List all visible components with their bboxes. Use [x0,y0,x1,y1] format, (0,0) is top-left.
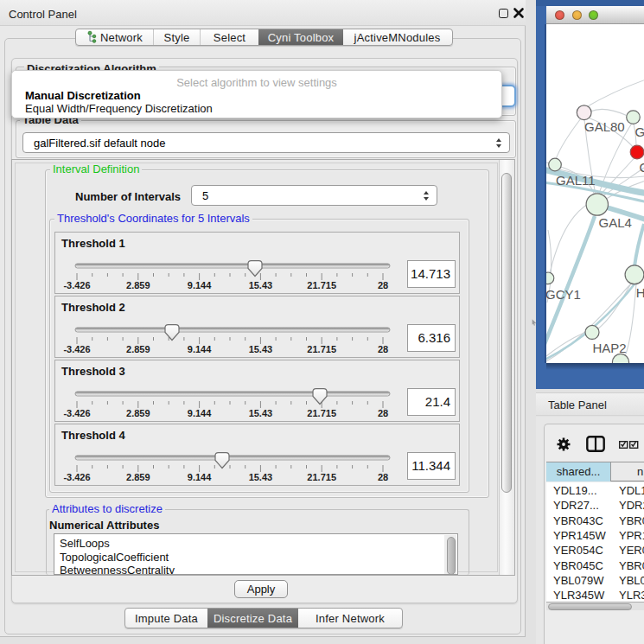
svg-text:-3.426: -3.426 [63,472,90,482]
svg-text:HAP2: HAP2 [592,341,626,355]
svg-text:28: 28 [378,344,388,354]
svg-text:21.715: 21.715 [307,280,336,290]
svg-text:-3.426: -3.426 [63,344,90,354]
svg-text:-3.426: -3.426 [63,408,90,418]
svg-text:28: 28 [378,472,388,482]
svg-text:2.859: 2.859 [126,408,150,418]
svg-text:9.144: 9.144 [188,408,212,418]
svg-text:2.859: 2.859 [126,344,150,354]
svg-text:28: 28 [378,408,388,418]
svg-text:GCY1: GCY1 [546,287,581,302]
svg-text:GA: GA [635,124,644,139]
svg-text:H: H [636,285,644,300]
svg-text:15.43: 15.43 [249,408,273,418]
svg-text:21.715: 21.715 [307,472,336,482]
svg-text:21.715: 21.715 [307,408,336,418]
svg-text:28: 28 [378,280,388,290]
svg-text:21.715: 21.715 [307,344,336,354]
svg-text:9.144: 9.144 [188,280,212,290]
svg-text:GAL80: GAL80 [584,119,625,134]
svg-text:2.859: 2.859 [126,472,150,482]
svg-text:9.144: 9.144 [188,344,212,354]
svg-text:-3.426: -3.426 [63,280,90,290]
svg-text:9.144: 9.144 [188,472,212,482]
svg-text:G: G [640,160,644,175]
svg-text:15.43: 15.43 [249,344,273,354]
svg-text:GAL11: GAL11 [556,173,596,188]
svg-text:GAL4: GAL4 [599,215,632,230]
svg-text:15.43: 15.43 [249,280,273,290]
svg-text:15.43: 15.43 [249,472,273,482]
svg-text:2.859: 2.859 [126,280,150,290]
